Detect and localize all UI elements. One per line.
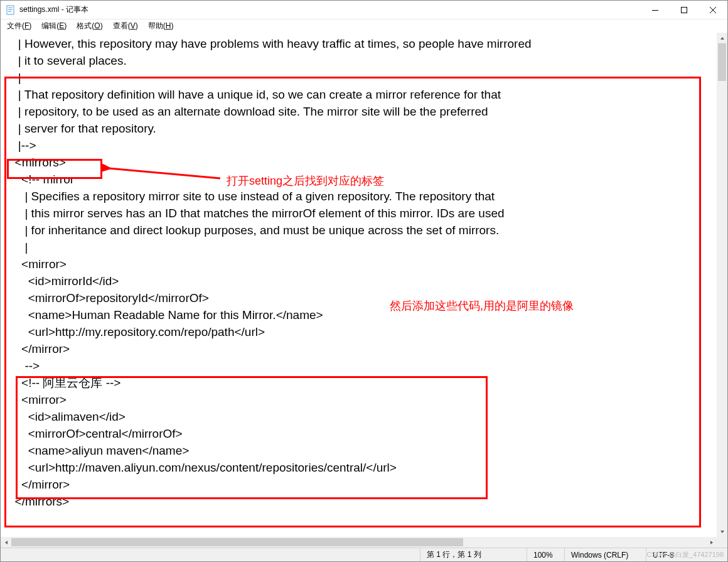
scroll-up-button[interactable] xyxy=(717,33,727,43)
svg-rect-2 xyxy=(8,9,13,10)
maximize-button[interactable] xyxy=(670,1,699,19)
menu-help[interactable]: 帮助(H) xyxy=(143,19,179,33)
window-title: settings.xml - 记事本 xyxy=(19,4,88,15)
menu-file[interactable]: 文件(F) xyxy=(2,19,36,33)
scroll-down-button[interactable] xyxy=(717,526,727,537)
editor-area: | However, this repository may have prob… xyxy=(1,33,727,548)
svg-rect-3 xyxy=(8,11,11,12)
svg-rect-5 xyxy=(682,7,687,13)
menu-format[interactable]: 格式(O) xyxy=(72,19,107,33)
minimize-button[interactable] xyxy=(641,1,670,19)
menubar: 文件(F) 编辑(E) 格式(O) 查看(V) 帮助(H) xyxy=(1,19,727,33)
app-icon xyxy=(6,5,16,15)
titlebar: settings.xml - 记事本 xyxy=(1,1,727,19)
vertical-scrollbar[interactable] xyxy=(717,33,727,537)
statusbar: 第 1 行，第 1 列 100% Windows (CRLF) UTF-8 CS… xyxy=(1,548,727,561)
close-button[interactable] xyxy=(699,1,727,19)
horizontal-scrollbar[interactable] xyxy=(1,537,717,548)
scroll-left-button[interactable] xyxy=(1,537,11,548)
menu-view[interactable]: 查看(V) xyxy=(108,19,143,33)
text-editor[interactable]: | However, this repository may have prob… xyxy=(1,33,717,537)
status-encoding: UTF-8 xyxy=(646,548,727,561)
vertical-scroll-thumb[interactable] xyxy=(718,43,726,81)
horizontal-scroll-thumb[interactable] xyxy=(11,538,463,546)
menu-edit[interactable]: 编辑(E) xyxy=(36,19,72,33)
status-line-ending: Windows (CRLF) xyxy=(564,548,646,561)
svg-rect-1 xyxy=(8,8,13,8)
scrollbar-corner xyxy=(717,537,727,548)
svg-rect-4 xyxy=(652,10,658,11)
status-empty xyxy=(1,548,420,561)
status-position: 第 1 行，第 1 列 xyxy=(420,548,527,561)
scroll-right-button[interactable] xyxy=(706,537,717,548)
status-zoom: 100% xyxy=(527,548,564,561)
